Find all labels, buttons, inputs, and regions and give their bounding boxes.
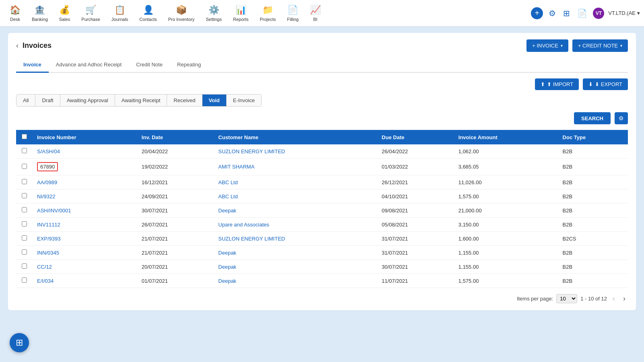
grid-icon[interactable]: ⊞ xyxy=(561,7,572,20)
cell-inv-date: 16/12/2021 xyxy=(137,175,213,189)
row-checkbox[interactable] xyxy=(22,148,27,153)
nav-desk[interactable]: 🏠 Desk xyxy=(4,0,26,27)
table-row: 6789019/02/2022AMIT SHARMA01/03/20223,68… xyxy=(16,158,628,175)
cell-doc-type: B2B xyxy=(558,158,628,175)
cell-invoice-number[interactable]: E/I/034 xyxy=(32,274,137,288)
row-checkbox-cell[interactable] xyxy=(16,175,32,189)
tab-advance-adhoc[interactable]: Advance and Adhoc Receipt xyxy=(49,58,129,73)
sub-tab-all[interactable]: All xyxy=(17,95,35,106)
sub-tab-einvoice[interactable]: E-Invoice xyxy=(227,95,261,106)
nav-contacts[interactable]: 👤 Contacts xyxy=(134,0,162,27)
sub-tab-received[interactable]: Received xyxy=(167,95,202,106)
row-checkbox-cell[interactable] xyxy=(16,232,32,246)
settings-gear-icon[interactable]: ⚙ xyxy=(547,7,557,20)
cell-invoice-number[interactable]: CC/12 xyxy=(32,260,137,274)
floating-menu-button[interactable]: ⊞ xyxy=(10,333,29,352)
cell-customer-name[interactable]: AMIT SHARMA xyxy=(213,158,377,175)
back-button[interactable]: ‹ xyxy=(16,41,19,50)
main-content: ‹ Invoices + INVOICE ▾ + CREDIT NOTE ▾ I… xyxy=(0,27,644,362)
nav-items: 🏠 Desk 🏦 Banking 💰 Sales 🛒 Purchase 📋 Jo… xyxy=(4,0,531,27)
table-row: NI/932224/09/2021ABC Ltd04/10/20211,575.… xyxy=(16,189,628,204)
select-all-header[interactable] xyxy=(16,130,32,144)
cell-doc-type: B2B xyxy=(558,204,628,218)
row-checkbox-cell[interactable] xyxy=(16,204,32,218)
select-all-checkbox[interactable] xyxy=(22,134,27,139)
nav-desk-label: Desk xyxy=(10,17,20,22)
row-checkbox[interactable] xyxy=(22,179,27,184)
new-credit-note-button[interactable]: + CREDIT NOTE ▾ xyxy=(572,39,628,52)
cell-invoice-number[interactable]: INN/0345 xyxy=(32,246,137,260)
cell-customer-name[interactable]: Deepak xyxy=(213,246,377,260)
tab-repeating[interactable]: Repeating xyxy=(170,58,208,73)
items-per-page-select[interactable]: 10 25 50 100 xyxy=(556,294,577,303)
cell-customer-name[interactable]: ABC Ltd xyxy=(213,189,377,204)
table-header: Invoice Number Inv. Date Customer Name D… xyxy=(16,130,628,144)
nav-journals[interactable]: 📋 Journals xyxy=(106,0,134,27)
sub-tab-void[interactable]: Void xyxy=(202,95,227,106)
row-checkbox[interactable] xyxy=(22,164,27,169)
table-settings-button[interactable]: ⚙ xyxy=(615,112,628,124)
nav-settings-label: Settings xyxy=(206,17,222,22)
import-button[interactable]: ⬆ ⬆ IMPORT xyxy=(535,78,579,90)
row-checkbox[interactable] xyxy=(22,193,27,198)
cell-invoice-number[interactable]: NI/9322 xyxy=(32,189,137,204)
nav-sales[interactable]: 💰 Sales xyxy=(54,0,76,27)
cell-customer-name[interactable]: Upare and Associates xyxy=(213,218,377,232)
sub-tab-awaiting-approval[interactable]: Awaiting Approval xyxy=(60,95,115,106)
row-checkbox-cell[interactable] xyxy=(16,189,32,204)
document-icon[interactable]: 📄 xyxy=(576,7,589,20)
row-checkbox-cell[interactable] xyxy=(16,260,32,274)
row-checkbox-cell[interactable] xyxy=(16,246,32,260)
avatar[interactable]: VT xyxy=(593,8,604,19)
row-checkbox[interactable] xyxy=(22,249,27,255)
cell-customer-name[interactable]: SUZLON ENERGY LIMITED xyxy=(213,144,377,158)
row-checkbox-cell[interactable] xyxy=(16,274,32,288)
cell-customer-name[interactable]: Deepak xyxy=(213,260,377,274)
cell-due-date: 11/07/2021 xyxy=(377,274,453,288)
search-button[interactable]: SEARCH xyxy=(574,112,611,124)
row-checkbox[interactable] xyxy=(22,263,27,269)
sub-tab-draft[interactable]: Draft xyxy=(35,95,60,106)
cell-customer-name[interactable]: SUZLON ENERGY LIMITED xyxy=(213,232,377,246)
cell-inv-date: 21/07/2021 xyxy=(137,232,213,246)
cell-customer-name[interactable]: Deepak xyxy=(213,274,377,288)
user-menu-button[interactable]: VT.LTD.(AE ▾ xyxy=(608,10,640,16)
cell-invoice-number[interactable]: AA/0989 xyxy=(32,175,137,189)
projects-icon: 📁 xyxy=(262,5,273,15)
sub-tab-awaiting-receipt[interactable]: Awaiting Receipt xyxy=(115,95,167,106)
row-checkbox[interactable] xyxy=(22,207,27,212)
nav-banking[interactable]: 🏦 Banking xyxy=(26,0,54,27)
table-row: EXP/939321/07/2021SUZLON ENERGY LIMITED3… xyxy=(16,232,628,246)
new-invoice-button[interactable]: + INVOICE ▾ xyxy=(526,39,568,52)
nav-pro-inventory[interactable]: 📦 Pro Inventory xyxy=(163,0,200,27)
nav-reports[interactable]: 📊 Reports xyxy=(227,0,254,27)
export-button[interactable]: ⬇ ⬇ EXPORT xyxy=(583,78,628,90)
row-checkbox-cell[interactable] xyxy=(16,158,32,175)
row-checkbox-cell[interactable] xyxy=(16,144,32,158)
row-checkbox[interactable] xyxy=(22,235,27,241)
row-checkbox[interactable] xyxy=(22,221,27,226)
cell-invoice-number[interactable]: 67890 xyxy=(32,158,137,175)
row-checkbox-cell[interactable] xyxy=(16,218,32,232)
cell-invoice-number[interactable]: INV11112 xyxy=(32,218,137,232)
nav-bi[interactable]: 📈 BI xyxy=(304,0,326,27)
nav-projects[interactable]: 📁 Projects xyxy=(254,0,281,27)
tab-invoice[interactable]: Invoice xyxy=(16,58,49,73)
tab-credit-note[interactable]: Credit Note xyxy=(129,58,170,73)
cell-invoice-number[interactable]: S/ASH/04 xyxy=(32,144,137,158)
prev-page-button[interactable]: ‹ xyxy=(610,294,617,304)
nav-purchase[interactable]: 🛒 Purchase xyxy=(76,0,105,27)
cell-due-date: 04/10/2021 xyxy=(377,189,453,204)
row-checkbox[interactable] xyxy=(22,278,27,283)
nav-journals-label: Journals xyxy=(111,17,128,22)
items-per-page-label: Items per page: xyxy=(517,296,553,302)
cell-invoice-number[interactable]: ASH/INV/0001 xyxy=(32,204,137,218)
add-button[interactable]: + xyxy=(531,7,543,19)
cell-invoice-number[interactable]: EXP/9393 xyxy=(32,232,137,246)
cell-customer-name[interactable]: ABC Ltd xyxy=(213,175,377,189)
nav-filling[interactable]: 📄 Filling xyxy=(281,0,304,27)
nav-settings[interactable]: ⚙️ Settings xyxy=(200,0,227,27)
next-page-button[interactable]: › xyxy=(621,294,628,304)
invoice-dropdown-icon: ▾ xyxy=(561,43,563,48)
cell-customer-name[interactable]: Deepak xyxy=(213,204,377,218)
